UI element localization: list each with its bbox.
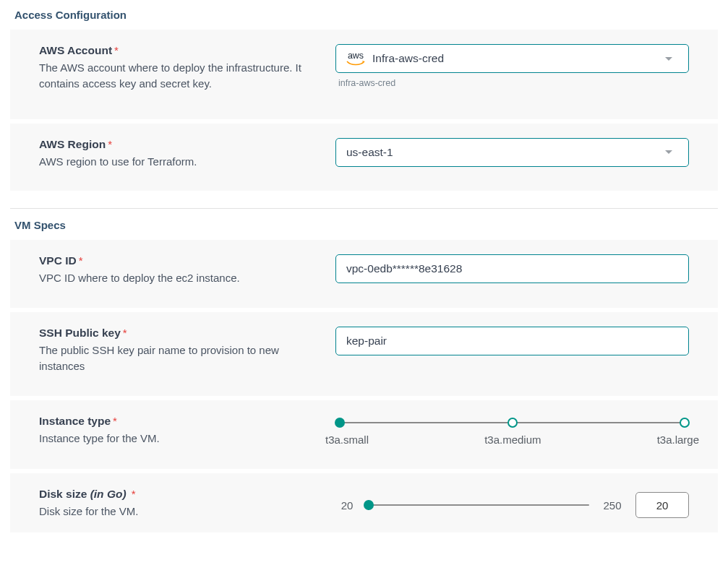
required-marker: * (123, 327, 127, 339)
stepper-label-2: t3a.large (657, 434, 699, 446)
hint-aws-account: infra-aws-cred (338, 78, 689, 88)
select-aws-region[interactable]: us-east-1 (335, 138, 689, 167)
required-marker: * (79, 254, 83, 267)
row-instance-type: Instance type* Instance type for the VM.… (10, 400, 718, 470)
aws-logo-icon: aws (346, 51, 365, 67)
input-vpc-id[interactable] (335, 254, 689, 283)
slider-min-label: 20 (335, 499, 359, 512)
stepper-label-1: t3a.medium (484, 434, 541, 446)
chevron-down-icon (665, 150, 672, 154)
stepper-node-medium[interactable] (508, 418, 518, 428)
input-ssh-key[interactable] (335, 327, 689, 355)
required-marker: * (132, 488, 136, 500)
desc-disk-size: Disk size for the VM. (39, 504, 321, 519)
section-access-configuration: Access Configuration AWS Account* The AW… (10, 9, 718, 191)
select-aws-region-value: us-east-1 (346, 146, 393, 159)
required-marker: * (108, 138, 112, 150)
label-ssh-key: SSH Public key (39, 327, 121, 340)
desc-aws-region: AWS region to use for Terraform. (39, 154, 321, 170)
section-vm-specs: VM Specs VPC ID* VPC ID where to deploy … (10, 219, 718, 532)
slider-disk-size: 20 250 20 (335, 492, 689, 518)
stepper-label-0: t3a.small (325, 434, 369, 446)
desc-instance-type: Instance type for the VM. (39, 431, 321, 447)
desc-ssh-key: The public SSH key pair name to provisio… (39, 342, 321, 374)
desc-aws-account: The AWS account where to deploy the infr… (39, 60, 321, 92)
slider-track[interactable] (369, 500, 589, 510)
section-title-vm: VM Specs (14, 219, 718, 231)
required-marker: * (113, 415, 117, 427)
slider-value-input[interactable]: 20 (635, 492, 689, 518)
row-aws-region: AWS Region* AWS region to use for Terraf… (10, 124, 718, 191)
slider-thumb[interactable] (364, 500, 374, 510)
row-ssh-key: SSH Public key* The public SSH key pair … (10, 312, 718, 396)
section-divider (10, 208, 718, 209)
desc-vpc-id: VPC ID where to deploy the ec2 instance. (39, 270, 321, 286)
row-disk-size: Disk size (in Go) * Disk size for the VM… (10, 473, 718, 532)
label-disk-size: Disk size (in Go) (39, 488, 127, 501)
required-marker: * (114, 44, 119, 56)
label-aws-account: AWS Account (39, 44, 112, 57)
label-instance-type: Instance type (39, 415, 111, 428)
stepper-instance-type[interactable]: t3a.small t3a.medium t3a.large (335, 422, 689, 446)
stepper-node-small[interactable] (335, 418, 345, 428)
select-aws-account-value: Infra-aws-cred (372, 52, 444, 65)
select-aws-account[interactable]: aws Infra-aws-cred (335, 44, 689, 73)
label-vpc-id: VPC ID (39, 254, 77, 267)
row-aws-account: AWS Account* The AWS account where to de… (10, 30, 718, 119)
chevron-down-icon (665, 57, 672, 61)
stepper-node-large[interactable] (680, 418, 690, 428)
section-title-access: Access Configuration (14, 9, 718, 21)
label-aws-region: AWS Region (39, 138, 106, 151)
row-vpc-id: VPC ID* VPC ID where to deploy the ec2 i… (10, 240, 718, 308)
slider-max-label: 250 (599, 499, 625, 512)
